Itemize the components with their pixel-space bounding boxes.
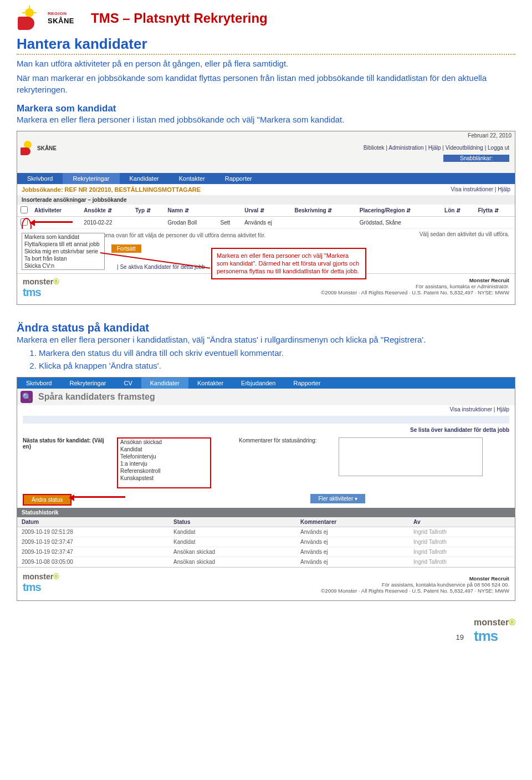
toolbar: 🔍 Spåra kandidaters framsteg xyxy=(17,389,515,405)
page-footer: 19 monster® tms xyxy=(17,618,515,645)
nav-rekryteringar[interactable]: Rekryteringar xyxy=(60,378,115,389)
col-lon[interactable]: Lön ⇵ xyxy=(441,205,474,217)
annotation-callout: Markera en eller flera personer och välj… xyxy=(211,248,366,279)
redacted-name xyxy=(23,416,509,424)
footer-copy: ©2009 Monster · All Rights Reserved · U.… xyxy=(321,588,509,594)
activity-listbox[interactable]: Markera som kandidat Flytta/kopiera till… xyxy=(22,233,105,270)
list-item[interactable]: Markera som kandidat xyxy=(22,233,104,241)
col-beskrivning[interactable]: Beskrivning ⇵ xyxy=(291,205,356,217)
col-urval[interactable]: Urval ⇵ xyxy=(241,205,291,217)
list-item[interactable]: Kunskapstest xyxy=(118,475,210,482)
section-heading-hantera: Hantera kandidater xyxy=(17,35,515,53)
link-bibliotek[interactable]: Bibliotek xyxy=(364,145,385,151)
col-placering[interactable]: Placering/Region ⇵ xyxy=(356,205,441,217)
col-ansokte[interactable]: Ansökte ⇵ xyxy=(80,205,132,217)
intro-p2: När man markerar en jobbsökande som kand… xyxy=(17,73,515,95)
search-icon[interactable]: 🔍 xyxy=(21,391,33,403)
col-flytta[interactable]: Flytta ⇵ xyxy=(474,205,515,217)
link-admin[interactable]: Administration xyxy=(388,145,423,151)
cell-date: 2010-02-22 xyxy=(80,217,132,229)
applicants-table: Aktiviteter Ansökte ⇵ Typ ⇵ Namn ⇵ Urval… xyxy=(17,205,515,229)
subheading-markera: Markera som kandidat xyxy=(17,103,515,114)
footer-brand: Monster Recruit xyxy=(321,575,509,582)
more-activities-button[interactable]: Fler aktiviteter ▾ xyxy=(310,494,365,503)
change-status-row: Ändra status Fler aktiviteter ▾ xyxy=(17,492,515,508)
list-item[interactable]: Referenskontroll xyxy=(118,467,210,475)
change-status-button[interactable]: Ändra status xyxy=(23,494,71,506)
link-video[interactable]: Videoutbildning xyxy=(446,145,483,151)
col-status: Status xyxy=(169,517,296,527)
see-list-link[interactable]: Se lista över kandidater för detta jobb xyxy=(17,426,515,434)
step-2: Klicka på knappen 'Ändra status'. xyxy=(39,360,515,371)
page-subtitle: Spåra kandidaters framsteg xyxy=(38,392,155,402)
cell-sett: Sett xyxy=(217,217,242,229)
nav-cv[interactable]: CV xyxy=(115,378,141,389)
quicklinks-label[interactable]: Snabblänkar: xyxy=(443,155,509,162)
select-all-checkbox[interactable] xyxy=(21,206,28,213)
cell-name[interactable]: Grodan Boll xyxy=(164,217,217,229)
col-aktiviteter[interactable]: Aktiviteter xyxy=(31,205,80,217)
nav-bar: Skrivbord Rekryteringar Kandidater Konta… xyxy=(17,173,515,184)
col-typ[interactable]: Typ ⇵ xyxy=(132,205,164,217)
breadcrumb-job: Jobbsökande: REF NR 20/2010, BESTÄLLNING… xyxy=(22,186,201,193)
steps-list: Markera den status du vill ändra till oc… xyxy=(39,348,515,371)
nav-kontakter[interactable]: Kontakter xyxy=(188,378,232,389)
status-listbox[interactable]: Ansökan skickad Kandidat Telefonintervju… xyxy=(117,437,211,488)
history-header: Statushistorik xyxy=(17,508,515,517)
nav-kontakter[interactable]: Kontakter xyxy=(169,173,215,184)
list-item[interactable]: Telefonintervju xyxy=(118,453,210,460)
svg-rect-1 xyxy=(29,6,30,8)
skane-text: REGIONSKÅNE xyxy=(48,12,74,25)
cell-region: Grödstad, Skåne xyxy=(356,217,441,229)
nav-skrivbord[interactable]: Skrivbord xyxy=(17,173,63,184)
continue-button[interactable]: Fortsätt xyxy=(111,244,141,253)
footer-assist: För assistans, kontakta er Administratör… xyxy=(23,283,509,289)
history-table: Datum Status Kommentarer Av 2009-10-19 0… xyxy=(17,517,515,567)
monster-logo: monster® tms xyxy=(23,277,59,299)
col-kommentarer: Kommentarer xyxy=(296,517,409,527)
table-row: 2010-02-22 Grodan Boll Sett Används ej G… xyxy=(17,217,515,229)
list-item[interactable]: Kandidat xyxy=(118,446,210,453)
divider xyxy=(17,54,515,55)
nav-bar-2: Skrivbord Rekryteringar CV Kandidater Ko… xyxy=(17,378,515,389)
nav-rapporter[interactable]: Rapporter xyxy=(284,378,329,389)
comment-label: Kommentarer för statusändring: xyxy=(239,437,333,443)
screenshot-jobbsokande: Februari 22, 2010 SKÅNE Bibliotek | Admi… xyxy=(17,131,515,305)
list-item[interactable]: Ta bort från listan xyxy=(22,255,104,262)
col-datum: Datum xyxy=(17,517,169,527)
list-item[interactable]: Skicka CV:n xyxy=(22,262,104,269)
monster-logo: monster® tms xyxy=(23,572,59,594)
help-links-2[interactable]: Visa instruktioner | Hjälp xyxy=(17,405,515,414)
nav-rapporter[interactable]: Rapporter xyxy=(215,173,262,184)
monster-tms-logo: monster® tms xyxy=(474,618,515,645)
table-row: 2009-10-19 02:37:47KandidatAnvänds ejIng… xyxy=(17,537,515,547)
col-sett xyxy=(217,205,242,217)
status-row: Nästa status för kandidat: (Välj en) Ans… xyxy=(17,434,515,492)
choose-activity-text: Välj sedan den aktivitet du vill utföra. xyxy=(420,231,509,237)
list-item[interactable]: Flytta/kopiera till ett annat jobb xyxy=(22,241,104,248)
screenshot-footer-2: monster® tms Monster Recruit För assista… xyxy=(17,567,515,600)
page-number: 19 xyxy=(456,633,464,641)
nav-kandidater[interactable]: Kandidater xyxy=(120,173,169,184)
col-av: Av xyxy=(409,517,515,527)
list-item[interactable]: Ansökan skickad xyxy=(118,439,210,446)
sub-header: Jobbsökande: REF NR 20/2010, BESTÄLLNING… xyxy=(17,184,515,195)
footer-copy: ©2009 Monster · All Rights Reserved · U.… xyxy=(23,289,509,295)
list-item[interactable]: 1:a intervju xyxy=(118,460,210,467)
link-help[interactable]: Hjälp xyxy=(428,145,441,151)
nav-erbjudanden[interactable]: Erbjudanden xyxy=(232,378,284,389)
nav-rekryteringar[interactable]: Rekryteringar xyxy=(63,173,119,184)
list-item[interactable]: Skicka mig en utskrivbar serie xyxy=(22,248,104,255)
comment-textarea[interactable] xyxy=(339,437,483,476)
nav-skrivbord[interactable]: Skrivbord xyxy=(17,378,60,389)
col-namn[interactable]: Namn ⇵ xyxy=(164,205,217,217)
table-row: 2009-10-19 02:37:47Ansökan skickadAnvänd… xyxy=(17,547,515,557)
link-logout[interactable]: Logga ut xyxy=(488,145,509,151)
screenshot-status: Skrivbord Rekryteringar CV Kandidater Ko… xyxy=(17,377,515,601)
nav-kandidater[interactable]: Kandidater xyxy=(141,378,188,389)
table-row: 2009-10-19 02:51:28KandidatAnvänds ejIng… xyxy=(17,527,515,537)
step-1: Markera den status du vill ändra till oc… xyxy=(39,348,515,359)
screenshot-date: Februari 22, 2010 xyxy=(17,131,515,140)
help-links[interactable]: Visa instruktioner | Hjälp xyxy=(451,186,510,193)
intro-p3: Markera en eller flera personer i listan… xyxy=(17,114,515,125)
